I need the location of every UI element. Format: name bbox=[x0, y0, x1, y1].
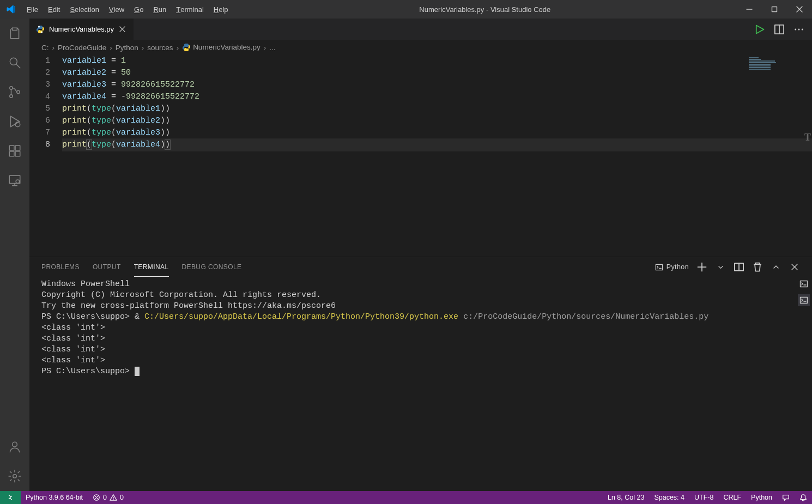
terminal-launch-label: Python bbox=[666, 263, 689, 271]
terminal-new-icon[interactable] bbox=[696, 262, 707, 272]
menu-run[interactable]: Run bbox=[148, 0, 171, 19]
svg-point-13 bbox=[13, 475, 17, 478]
svg-rect-23 bbox=[801, 297, 808, 303]
activity-settings-icon[interactable] bbox=[0, 462, 29, 491]
menu-help[interactable]: Help bbox=[209, 0, 233, 19]
svg-rect-6 bbox=[9, 145, 14, 150]
svg-point-3 bbox=[10, 95, 13, 98]
window-title: NumericVariables.py - Visual Studio Code bbox=[233, 5, 737, 14]
svg-rect-20 bbox=[656, 264, 662, 270]
svg-point-18 bbox=[798, 28, 800, 30]
terminal-group-list bbox=[798, 278, 810, 306]
tab-close-icon[interactable] bbox=[118, 25, 127, 34]
svg-point-14 bbox=[39, 26, 40, 27]
split-editor-icon[interactable] bbox=[774, 24, 785, 35]
more-actions-icon[interactable] bbox=[793, 24, 804, 35]
svg-point-12 bbox=[13, 442, 17, 447]
activity-explorer-icon[interactable] bbox=[0, 19, 29, 48]
status-bar: Python 3.9.6 64-bit 0 0 Ln 8, Col 23 Spa… bbox=[0, 491, 812, 504]
breadcrumb-sep: › bbox=[142, 44, 144, 52]
status-python-env[interactable]: Python 3.9.6 64-bit bbox=[21, 491, 88, 504]
menu-go[interactable]: Go bbox=[129, 0, 148, 19]
python-file-icon bbox=[182, 43, 191, 52]
status-eol[interactable]: CRLF bbox=[718, 491, 746, 504]
breadcrumb-sep: › bbox=[110, 44, 112, 52]
code-editor[interactable]: 12345678 variable1 = 1variable2 = 50vari… bbox=[29, 55, 812, 257]
panel-tab-output[interactable]: OUTPUT bbox=[93, 257, 121, 277]
status-encoding[interactable]: UTF-8 bbox=[689, 491, 718, 504]
line-gutter: 12345678 bbox=[29, 55, 62, 257]
window-minimize-button[interactable] bbox=[737, 0, 762, 19]
vscode-logo-icon bbox=[0, 4, 22, 14]
status-feedback-icon[interactable] bbox=[777, 491, 795, 504]
activity-bar bbox=[0, 19, 29, 491]
window-maximize-button[interactable] bbox=[762, 0, 787, 19]
status-remote-button[interactable] bbox=[0, 491, 21, 504]
menu-file[interactable]: File bbox=[22, 0, 43, 19]
svg-point-19 bbox=[802, 28, 803, 30]
breadcrumb-segment[interactable]: NumericVariables.py bbox=[182, 43, 260, 52]
terminal-launch-profile[interactable]: Python bbox=[655, 263, 689, 271]
breadcrumb-segment[interactable]: Python bbox=[116, 44, 138, 52]
minimap[interactable] bbox=[747, 55, 812, 257]
status-problems[interactable]: 0 0 bbox=[88, 491, 129, 504]
activity-remote-explorer-icon[interactable] bbox=[0, 166, 29, 195]
menu-terminal[interactable]: Terminal bbox=[171, 0, 209, 19]
status-language[interactable]: Python bbox=[746, 491, 777, 504]
breadcrumb[interactable]: C:›ProCodeGuide›Python›sources›NumericVa… bbox=[29, 40, 812, 55]
breadcrumb-segment[interactable]: ProCodeGuide bbox=[58, 44, 106, 52]
terminal-instance-2-icon[interactable] bbox=[798, 294, 810, 306]
editor-tabs: NumericVariables.py bbox=[29, 19, 812, 40]
tab-label: NumericVariables.py bbox=[49, 25, 114, 33]
terminal-body[interactable]: Windows PowerShellCopyright (C) Microsof… bbox=[29, 277, 812, 379]
svg-point-1 bbox=[10, 58, 17, 65]
terminal-split-dropdown-icon[interactable] bbox=[715, 262, 726, 272]
breadcrumb-sep: › bbox=[52, 44, 55, 52]
svg-rect-0 bbox=[772, 7, 777, 12]
breadcrumb-segment[interactable]: ... bbox=[269, 44, 275, 52]
panel-close-icon[interactable] bbox=[789, 262, 800, 272]
panel: PROBLEMSOUTPUTTERMINALDEBUG CONSOLE Pyth… bbox=[29, 257, 812, 491]
panel-tools: Python bbox=[655, 262, 800, 272]
tab-numericvariables[interactable]: NumericVariables.py bbox=[29, 19, 134, 40]
status-spaces[interactable]: Spaces: 4 bbox=[649, 491, 689, 504]
activity-run-debug-icon[interactable] bbox=[0, 107, 29, 136]
scroll-decoration: T bbox=[804, 131, 811, 143]
breadcrumb-sep: › bbox=[177, 44, 179, 52]
panel-tab-terminal[interactable]: TERMINAL bbox=[134, 257, 169, 277]
activity-search-icon[interactable] bbox=[0, 48, 29, 77]
breadcrumb-segment[interactable]: C: bbox=[41, 44, 49, 52]
svg-point-17 bbox=[795, 28, 796, 30]
titlebar: FileEditSelectionViewGoRunTerminalHelp N… bbox=[0, 0, 812, 19]
code-body[interactable]: variable1 = 1variable2 = 50variable3 = 9… bbox=[62, 55, 812, 257]
panel-tabs: PROBLEMSOUTPUTTERMINALDEBUG CONSOLE Pyth… bbox=[29, 257, 812, 277]
terminal-kill-icon[interactable] bbox=[752, 262, 763, 272]
svg-rect-22 bbox=[801, 281, 808, 287]
window-controls bbox=[737, 0, 812, 19]
activity-extensions-icon[interactable] bbox=[0, 136, 29, 166]
activity-account-icon[interactable] bbox=[0, 432, 29, 462]
breadcrumb-segment[interactable]: sources bbox=[147, 44, 173, 52]
menu-edit[interactable]: Edit bbox=[43, 0, 65, 19]
panel-tab-problems[interactable]: PROBLEMS bbox=[41, 257, 80, 277]
panel-tab-debug-console[interactable]: DEBUG CONSOLE bbox=[182, 257, 242, 277]
svg-rect-7 bbox=[15, 145, 20, 150]
python-file-icon bbox=[36, 25, 45, 34]
activity-source-control-icon[interactable] bbox=[0, 77, 29, 107]
svg-rect-8 bbox=[9, 151, 14, 156]
panel-maximize-icon[interactable] bbox=[771, 262, 781, 272]
terminal-instance-1-icon[interactable] bbox=[798, 278, 810, 290]
status-bell-icon[interactable] bbox=[795, 491, 812, 504]
menu-view[interactable]: View bbox=[104, 0, 129, 19]
run-file-icon[interactable] bbox=[754, 24, 765, 35]
status-ln-col[interactable]: Ln 8, Col 23 bbox=[603, 491, 649, 504]
svg-point-15 bbox=[41, 32, 43, 33]
menu-selection[interactable]: Selection bbox=[65, 0, 104, 19]
breadcrumb-sep: › bbox=[264, 44, 266, 52]
terminal-split-icon[interactable] bbox=[734, 262, 744, 272]
svg-rect-10 bbox=[9, 175, 20, 183]
menubar: FileEditSelectionViewGoRunTerminalHelp bbox=[22, 0, 233, 19]
window-close-button[interactable] bbox=[787, 0, 812, 19]
svg-point-11 bbox=[16, 180, 19, 184]
svg-rect-9 bbox=[15, 151, 20, 156]
